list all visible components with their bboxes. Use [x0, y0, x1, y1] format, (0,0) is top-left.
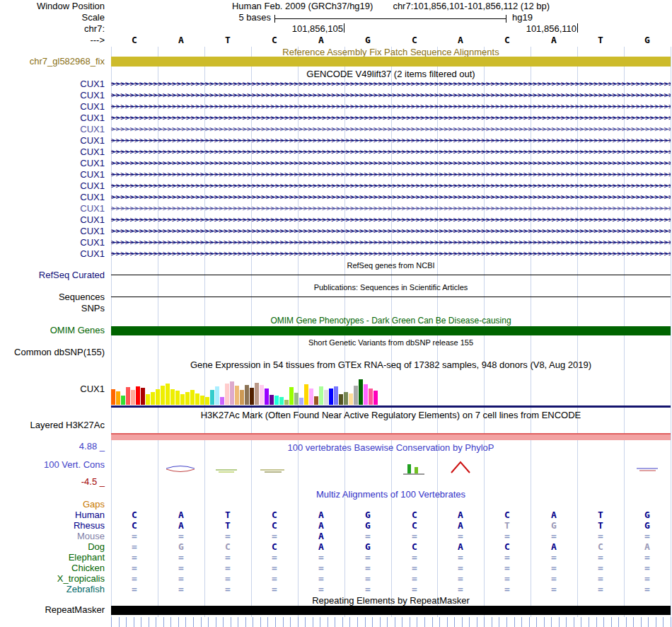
multiz-base: A	[298, 542, 344, 552]
multiz-base: T	[577, 521, 624, 531]
omim-gene-bar[interactable]	[111, 326, 671, 335]
gencode-transcript-label[interactable]: CUX1	[0, 170, 105, 180]
phylop-track-label[interactable]: 100 Vert. Cons	[0, 460, 105, 470]
bottom-tick	[618, 617, 619, 627]
multiz-base: T	[484, 521, 531, 531]
h3k27ac-signal-band[interactable]	[111, 435, 671, 440]
phylop-title: 100 vertebrates Basewise Conservation by…	[111, 443, 671, 452]
bottom-tick	[170, 617, 171, 627]
gencode-transcript[interactable]: >>>>>>>>>>>>>>>>>>>>>>>>>>>>>>>>>>>>>>>>…	[111, 80, 671, 88]
multiz-species-label[interactable]: Dog	[0, 542, 105, 552]
gencode-transcript-label[interactable]: CUX1	[0, 249, 105, 259]
dbsnp-label[interactable]: Common dbSNP(155)	[0, 347, 105, 357]
sequences-label[interactable]: Sequences	[0, 292, 105, 302]
coordinate-left: 101,856,105	[245, 24, 343, 34]
gencode-transcript-label[interactable]: CUX1	[0, 113, 105, 123]
gencode-transcript-label[interactable]: CUX1	[0, 159, 105, 168]
multiz-species-row[interactable]: ============	[111, 563, 671, 573]
multiz-species-label[interactable]: Chicken	[0, 563, 105, 573]
ruler-base: A	[437, 35, 484, 45]
gencode-transcript-label[interactable]: CUX1	[0, 147, 105, 157]
multiz-species-row[interactable]: ============	[111, 585, 671, 594]
snps-label[interactable]: SNPs	[0, 304, 105, 314]
multiz-base: C	[251, 521, 298, 531]
gtex-tissue-bar	[235, 386, 239, 405]
gencode-transcript[interactable]: >>>>>>>>>>>>>>>>>>>>>>>>>>>>>>>>>>>>>>>>…	[111, 114, 671, 122]
gencode-transcript[interactable]: >>>>>>>>>>>>>>>>>>>>>>>>>>>>>>>>>>>>>>>>…	[111, 205, 671, 213]
multiz-gaps-label[interactable]: Gaps	[0, 500, 105, 510]
gtex-tissue-bar	[364, 384, 368, 405]
bottom-tick	[305, 617, 306, 627]
phylop-min-label: -4.5 _	[0, 477, 105, 487]
gencode-transcript-label[interactable]: CUX1	[0, 79, 105, 89]
multiz-species-label[interactable]: Rhesus	[0, 521, 105, 531]
multiz-species-label[interactable]: X_tropicalis	[0, 574, 105, 584]
gencode-transcript[interactable]: >>>>>>>>>>>>>>>>>>>>>>>>>>>>>>>>>>>>>>>>…	[111, 193, 671, 202]
multiz-species-row[interactable]: CATCAGCACATG	[111, 510, 671, 520]
multiz-base: =	[437, 574, 484, 584]
multiz-species-row[interactable]: ============	[111, 574, 671, 584]
scale-bar-tick-left	[274, 15, 275, 23]
gencode-transcript-label[interactable]: CUX1	[0, 226, 105, 236]
gencode-transcript-label[interactable]: CUX1	[0, 192, 105, 202]
fix-patch-bar[interactable]	[111, 57, 671, 67]
omim-genes-label[interactable]: OMIM Genes	[0, 326, 105, 335]
bottom-tick	[156, 617, 156, 627]
gencode-transcript[interactable]: >>>>>>>>>>>>>>>>>>>>>>>>>>>>>>>>>>>>>>>>…	[111, 137, 671, 145]
refseq-curated-label[interactable]: RefSeq Curated	[0, 270, 105, 280]
h3k27ac-label[interactable]: Layered H3K27Ac	[0, 420, 105, 430]
ruler-base: C	[484, 35, 531, 45]
omim-title: OMIM Gene Phenotypes - Dark Green Can Be…	[111, 316, 671, 325]
ucsc-genome-browser: Human Feb. 2009 (GRCh37/hg19) chr7:101,8…	[0, 0, 672, 627]
gtex-gene-label[interactable]: CUX1	[0, 384, 105, 394]
gencode-transcript-label[interactable]: CUX1	[0, 238, 105, 248]
gencode-transcript-label[interactable]: CUX1	[0, 215, 105, 225]
gencode-transcript[interactable]: >>>>>>>>>>>>>>>>>>>>>>>>>>>>>>>>>>>>>>>>…	[111, 182, 671, 190]
gencode-transcript[interactable]: >>>>>>>>>>>>>>>>>>>>>>>>>>>>>>>>>>>>>>>>…	[111, 91, 671, 100]
multiz-species-row[interactable]: CATCAGCATGTG	[111, 521, 671, 531]
multiz-base: =	[484, 574, 531, 584]
gencode-transcript[interactable]: >>>>>>>>>>>>>>>>>>>>>>>>>>>>>>>>>>>>>>>>…	[111, 171, 671, 179]
multiz-base: C	[577, 542, 624, 552]
multiz-species-row[interactable]: ============	[111, 553, 671, 563]
refseq-gene-line[interactable]	[111, 275, 671, 275]
gtex-tissue-bar	[309, 389, 313, 405]
gtex-tissue-bar	[304, 384, 308, 405]
gtex-gene-line[interactable]	[111, 405, 671, 408]
gencode-transcript-label[interactable]: CUX1	[0, 125, 105, 134]
bottom-tick	[596, 617, 597, 627]
gtex-tissue-bar	[141, 388, 145, 405]
gencode-transcript[interactable]: >>>>>>>>>>>>>>>>>>>>>>>>>>>>>>>>>>>>>>>>…	[111, 227, 671, 236]
multiz-base: C	[251, 510, 298, 520]
ruler-base: G	[344, 35, 391, 45]
multiz-species-row[interactable]: ====A=======	[111, 531, 671, 541]
gtex-bar-chart[interactable]	[111, 373, 379, 405]
publications-item-line[interactable]	[111, 297, 671, 297]
fix-patch-label[interactable]: chr7_gl582968_fix	[0, 57, 105, 67]
multiz-species-row[interactable]: =GCCAGCACACA	[111, 542, 671, 552]
gencode-transcript[interactable]: >>>>>>>>>>>>>>>>>>>>>>>>>>>>>>>>>>>>>>>>…	[111, 148, 671, 156]
phylop-wiggle[interactable]	[111, 453, 671, 484]
multiz-species-label[interactable]: Mouse	[0, 531, 105, 541]
scale-bar-tick-right	[506, 15, 506, 23]
bottom-tick	[134, 617, 134, 627]
gencode-transcript-label[interactable]: CUX1	[0, 102, 105, 112]
gtex-tissue-bar	[369, 389, 373, 405]
gencode-transcript[interactable]: >>>>>>>>>>>>>>>>>>>>>>>>>>>>>>>>>>>>>>>>…	[111, 238, 671, 247]
gencode-transcript-label[interactable]: CUX1	[0, 136, 105, 146]
gencode-transcript[interactable]: >>>>>>>>>>>>>>>>>>>>>>>>>>>>>>>>>>>>>>>>…	[111, 159, 671, 168]
gencode-transcript[interactable]: >>>>>>>>>>>>>>>>>>>>>>>>>>>>>>>>>>>>>>>>…	[111, 216, 671, 224]
bottom-tick	[581, 617, 581, 627]
multiz-species-label[interactable]: Zebrafish	[0, 585, 105, 594]
gencode-transcript[interactable]: >>>>>>>>>>>>>>>>>>>>>>>>>>>>>>>>>>>>>>>>…	[111, 103, 671, 111]
gencode-transcript-label[interactable]: CUX1	[0, 181, 105, 191]
gencode-transcript-label[interactable]: CUX1	[0, 91, 105, 100]
gencode-transcript[interactable]: >>>>>>>>>>>>>>>>>>>>>>>>>>>>>>>>>>>>>>>>…	[111, 125, 671, 134]
repeatmasker-label[interactable]: RepeatMasker	[0, 605, 105, 615]
multiz-species-label[interactable]: Human	[0, 510, 105, 520]
multiz-species-label[interactable]: Elephant	[0, 553, 105, 563]
repeatmasker-bar[interactable]	[111, 606, 671, 615]
gencode-transcript-label[interactable]: CUX1	[0, 204, 105, 214]
bottom-tick	[260, 617, 261, 627]
gencode-transcript[interactable]: >>>>>>>>>>>>>>>>>>>>>>>>>>>>>>>>>>>>>>>>…	[111, 250, 671, 258]
